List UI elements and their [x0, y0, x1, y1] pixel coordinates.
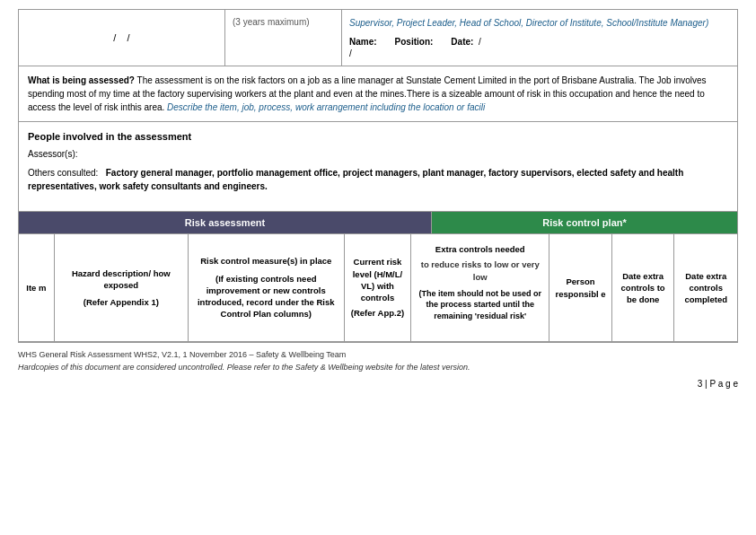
col-item-label: Ite m — [26, 282, 46, 294]
column-headers-row: Ite m Hazard description/ how exposed (R… — [19, 234, 737, 342]
main-document: / / (3 years maximum) Supervisor, Projec… — [18, 9, 738, 343]
footer-italic: Hardcopies of this document are consider… — [18, 363, 738, 372]
col-person-label: Person responsibl e — [554, 276, 607, 300]
col-hazard-sub: (Refer Appendix 1) — [59, 296, 183, 308]
assessment-section: What is being assessed? The assessment i… — [19, 66, 737, 122]
top-section: / / (3 years maximum) Supervisor, Projec… — [19, 10, 737, 66]
supervisor-label: Supervisor, Project Leader, Head of Scho… — [349, 18, 708, 28]
col-date-completed-label: Date extra controls completed — [679, 270, 733, 306]
col-extra-header: Extra controls needed to reduce risks to… — [411, 234, 549, 341]
page-number: 3 | P a g e — [18, 379, 738, 389]
people-title: People involved in the assessment — [28, 131, 728, 142]
slash-date-group: / / — [113, 32, 129, 43]
assessors-label: Assessor(s): — [28, 149, 78, 159]
col-date-extra-label: Date extra controls to be done — [617, 270, 670, 306]
footer-main-text: WHS General Risk Assessment WHS2, V2.1, … — [18, 350, 346, 359]
col-hazard-main: Hazard description/ how exposed — [59, 268, 183, 292]
assessment-bold-prefix: What is being assessed? — [28, 75, 135, 85]
footer-main: WHS General Risk Assessment WHS2, V2.1, … — [18, 350, 738, 359]
top-left-dates: / / — [19, 10, 225, 66]
slash1: / — [113, 32, 116, 43]
col-current-main: Current risk level (H/M/L/ VL) with cont… — [349, 256, 407, 303]
col-risk-control-header: Risk control measure(s) in place (If exi… — [189, 234, 345, 341]
date-field: Date: / — [451, 37, 480, 47]
col-person-header: Person responsibl e — [549, 234, 612, 341]
risk-headers-row: Risk assessment Risk control plan* — [19, 212, 737, 234]
col-extra-main: Extra controls needed — [435, 243, 525, 255]
col-date-completed-header: Date extra controls completed — [674, 234, 737, 341]
col-extra-sub: to reduce risks to low or very low — [416, 259, 544, 283]
slash2: / — [127, 32, 130, 43]
col-extra-content: Extra controls needed to reduce risks to… — [416, 239, 544, 322]
footer-italic-text: Hardcopies of this document are consider… — [18, 363, 470, 372]
name-field: Name: — [349, 37, 377, 47]
others-line: Others consulted: Factory general manage… — [28, 166, 728, 193]
col-current-header: Current risk level (H/M/L/ VL) with cont… — [345, 234, 412, 341]
top-middle-years: (3 years maximum) — [225, 10, 342, 66]
col-risk-control-sub: (If existing controls need improvement o… — [193, 273, 339, 320]
risk-control-header: Risk control plan* — [432, 212, 737, 233]
col-current-sub: (Refer App.2) — [349, 307, 407, 319]
col-risk-control-main: Risk control measure(s) in place — [193, 255, 339, 267]
position-field: Position: — [395, 37, 434, 47]
col-hazard-header: Hazard description/ how exposed (Refer A… — [55, 234, 189, 341]
col-current-content: Current risk level (H/M/L/ VL) with cont… — [349, 256, 407, 319]
top-right-supervisor: Supervisor, Project Leader, Head of Scho… — [342, 10, 737, 66]
name-slash-row: / — [349, 48, 730, 58]
col-hazard-content: Hazard description/ how exposed (Refer A… — [59, 268, 183, 309]
people-section: People involved in the assessment Assess… — [19, 122, 737, 212]
risk-assessment-header: Risk assessment — [19, 212, 432, 233]
assessment-italic-blue: Describe the item, job, process, work ar… — [167, 102, 485, 112]
col-item-header: Ite m — [19, 234, 55, 341]
max-years-text: (3 years maximum) — [233, 17, 310, 27]
col-extra-note: (The item should not be used or the proc… — [416, 288, 544, 322]
others-bold-text: Factory general manager, portfolio manag… — [28, 168, 683, 191]
date-slash: / — [479, 37, 481, 47]
supervisor-text: Supervisor, Project Leader, Head of Scho… — [349, 17, 730, 30]
col-date-extra-header: Date extra controls to be done — [612, 234, 675, 341]
name-position-date-row: Name: Position: Date: / — [349, 37, 730, 47]
others-label: Others consulted: — [28, 168, 98, 178]
assessors-line: Assessor(s): — [28, 149, 728, 159]
col-risk-control-content: Risk control measure(s) in place (If exi… — [193, 255, 339, 320]
page-number-text: 3 | P a g e — [698, 379, 738, 389]
